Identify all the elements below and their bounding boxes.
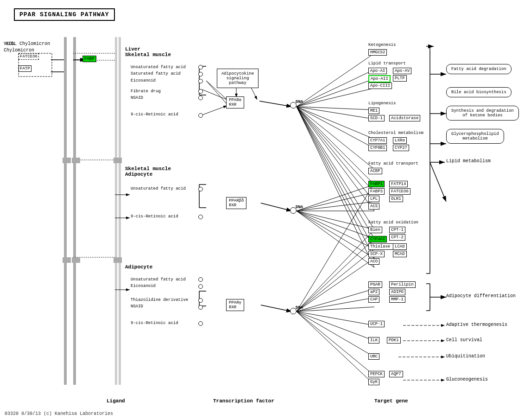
svg-line-42 xyxy=(297,107,374,258)
svg-line-56 xyxy=(297,307,374,312)
svg-line-59 xyxy=(297,312,374,357)
hmgcs2-box: HMGCS2 xyxy=(368,49,387,56)
lxra-box: LXRα xyxy=(393,137,407,144)
copyright: 03320 8/30/13 (c) Kanehisa Laboratories xyxy=(5,411,113,416)
svg-line-58 xyxy=(297,312,374,341)
svg-line-64 xyxy=(297,249,374,312)
svg-line-53 xyxy=(297,183,374,312)
circle-1 xyxy=(198,65,203,70)
apociii-box: Apo-CIII xyxy=(368,83,392,89)
bien-box: Bien xyxy=(368,227,382,233)
lcad-box: LCAD xyxy=(393,243,407,250)
ligand-bottom-label: Ligand xyxy=(107,398,125,404)
svg-rect-1 xyxy=(73,37,76,385)
circle-13 xyxy=(198,321,203,326)
svg-line-45 xyxy=(297,192,374,211)
dna-label-2: DNA xyxy=(296,205,303,210)
svg-line-31 xyxy=(297,107,374,119)
lipid-metabolism-label: Lipid metabolism xyxy=(446,159,491,164)
adipocyte-label: Adipocyte xyxy=(125,264,152,270)
svg-line-61 xyxy=(297,312,374,385)
svg-line-30 xyxy=(297,107,374,110)
circle-7 xyxy=(198,187,203,191)
svg-line-28 xyxy=(297,79,374,107)
ubc-box: UBC xyxy=(368,353,379,360)
adaptive-thermo-label: Adaptive thermogenesis xyxy=(446,322,507,327)
fabp-top-box: FABP xyxy=(82,56,96,62)
cyp4ai-box: CYP4AI xyxy=(368,236,387,242)
adipocyte-diff-label: Adipocyte differentiation xyxy=(446,293,516,299)
pathway-title: PPAR SIGNALING PATHWAY xyxy=(14,8,115,21)
svg-rect-95 xyxy=(72,158,80,163)
circle-4 xyxy=(198,89,203,94)
cyp27-box: CYP27 xyxy=(393,145,409,151)
svg-rect-97 xyxy=(72,257,80,263)
pathway-svg xyxy=(0,0,524,420)
svg-rect-96 xyxy=(63,257,71,263)
scd1-box: SCD-1 xyxy=(368,115,385,121)
liver-9cis: 9-cis-Retinoic acid xyxy=(131,112,178,117)
lipid-transport-label: Lipid transport xyxy=(368,61,406,66)
svg-rect-3 xyxy=(119,37,121,385)
svg-line-50 xyxy=(297,211,374,249)
circle-5 xyxy=(198,95,203,100)
fatp14-box: FATP14 xyxy=(389,181,408,187)
svg-line-35 xyxy=(297,107,374,185)
ppary-box: PPARγRXR xyxy=(226,299,244,311)
svg-line-65 xyxy=(297,258,374,312)
glycerophospholipid-box: Glycerophospholipidmetabolism xyxy=(446,129,504,144)
apoaii-box: Apo-AII xyxy=(368,75,391,83)
liver-ligands-2: Fibrate drug NSAID xyxy=(131,88,161,102)
cyp7a1-box: CYP7A1 xyxy=(368,137,387,144)
svg-line-16 xyxy=(259,101,292,107)
circle-6 xyxy=(198,113,203,118)
fatcd36-2-box: FATCD36 xyxy=(389,188,410,195)
pltp-box: PLTP xyxy=(393,75,407,82)
ppara-box: PPARαRXR xyxy=(226,96,244,108)
cpt1-box: CPT-1 xyxy=(389,227,405,233)
acbp-box: ACBP xyxy=(368,168,382,174)
gyk-box: GyK xyxy=(368,379,379,385)
ucp1-box: UCP-1 xyxy=(368,321,385,327)
svg-line-34 xyxy=(297,107,374,169)
lpl-box: LPL xyxy=(368,196,379,202)
svg-rect-94 xyxy=(63,158,71,163)
apoav-box: Apo-AV xyxy=(393,68,411,74)
circle-11 xyxy=(198,298,203,303)
dna-label-3: DNA xyxy=(296,305,303,310)
svg-line-13 xyxy=(202,89,227,100)
svg-line-60 xyxy=(297,312,374,375)
acidstorase-box: Acidstorase xyxy=(389,115,420,121)
aco-box: ACO xyxy=(368,258,379,265)
svg-line-57 xyxy=(297,312,374,325)
ap2-box: aP2 xyxy=(368,289,379,295)
svg-line-44 xyxy=(297,185,374,211)
svg-line-33 xyxy=(297,107,374,148)
svg-line-55 xyxy=(297,298,374,312)
mcad-box: MCAD xyxy=(393,251,407,257)
svg-line-21 xyxy=(261,203,292,211)
adipo-box: ADIPO xyxy=(389,289,405,295)
svg-line-54 xyxy=(297,289,374,312)
svg-line-43 xyxy=(297,107,374,267)
dna-label-1: DNA xyxy=(296,100,303,104)
vldl-chylomicron-label: VLDLChylomicron xyxy=(4,41,34,54)
ubiquitination-label: Ubiquitination xyxy=(446,354,485,359)
svg-line-26 xyxy=(297,53,374,107)
fatp-box: FATP xyxy=(19,65,32,72)
svg-line-62 xyxy=(297,229,374,312)
svg-line-37 xyxy=(297,107,374,202)
svg-line-48 xyxy=(297,211,374,229)
circle-3 xyxy=(198,79,203,83)
cap-box: CAP xyxy=(368,296,379,303)
me1-box: ME1 xyxy=(368,108,379,114)
fatty-acid-deg-box: Fatty acid degradation xyxy=(446,64,511,74)
gluconeogenesis-label: Gluconeogenesis xyxy=(446,377,488,382)
liver-label: LiverSkeletal muscle xyxy=(125,46,171,57)
cell-survival-label: Cell survival xyxy=(446,337,482,343)
svg-rect-93 xyxy=(114,257,122,263)
adipocyte-ligands-2: Thiazolidine derivative NSAID xyxy=(131,297,188,310)
svg-line-36 xyxy=(297,107,374,192)
svg-line-27 xyxy=(297,70,374,107)
svg-line-38 xyxy=(297,107,374,211)
